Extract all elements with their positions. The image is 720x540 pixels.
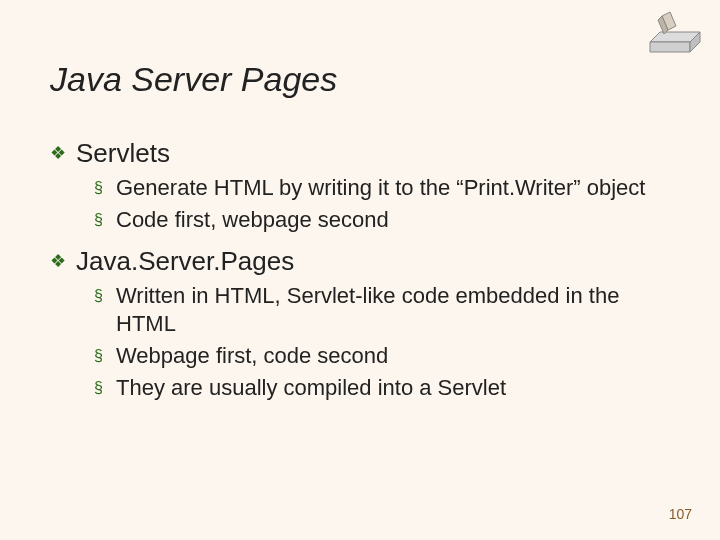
bullet-text: They are usually compiled into a Servlet — [116, 374, 506, 402]
square-icon: § — [94, 342, 116, 370]
diamond-icon: ❖ — [50, 246, 76, 276]
bullet-level2: § Webpage first, code second — [94, 342, 670, 370]
bullet-level2: § They are usually compiled into a Servl… — [94, 374, 670, 402]
slide-title: Java Server Pages — [50, 60, 337, 99]
bullet-text: Webpage first, code second — [116, 342, 388, 370]
corner-decoration-icon — [642, 6, 708, 56]
bullet-heading: Servlets — [76, 138, 170, 168]
diamond-icon: ❖ — [50, 138, 76, 168]
bullet-level1: ❖ Servlets — [50, 138, 670, 168]
square-icon: § — [94, 206, 116, 234]
slide-content: ❖ Servlets § Generate HTML by writing it… — [50, 130, 670, 414]
square-icon: § — [94, 282, 116, 310]
bullet-level1: ❖ Java.Server.Pages — [50, 246, 670, 276]
bullet-text: Written in HTML, Servlet-like code embed… — [116, 282, 656, 338]
square-icon: § — [94, 374, 116, 402]
bullet-text: Generate HTML by writing it to the “Prin… — [116, 174, 645, 202]
bullet-heading: Java.Server.Pages — [76, 246, 294, 276]
page-number: 107 — [669, 506, 692, 522]
square-icon: § — [94, 174, 116, 202]
svg-marker-1 — [650, 42, 690, 52]
sub-bullets: § Generate HTML by writing it to the “Pr… — [94, 174, 670, 234]
bullet-text: Code first, webpage second — [116, 206, 389, 234]
bullet-level2: § Written in HTML, Servlet-like code emb… — [94, 282, 670, 338]
bullet-level2: § Generate HTML by writing it to the “Pr… — [94, 174, 670, 202]
sub-bullets: § Written in HTML, Servlet-like code emb… — [94, 282, 670, 402]
bullet-level2: § Code first, webpage second — [94, 206, 670, 234]
